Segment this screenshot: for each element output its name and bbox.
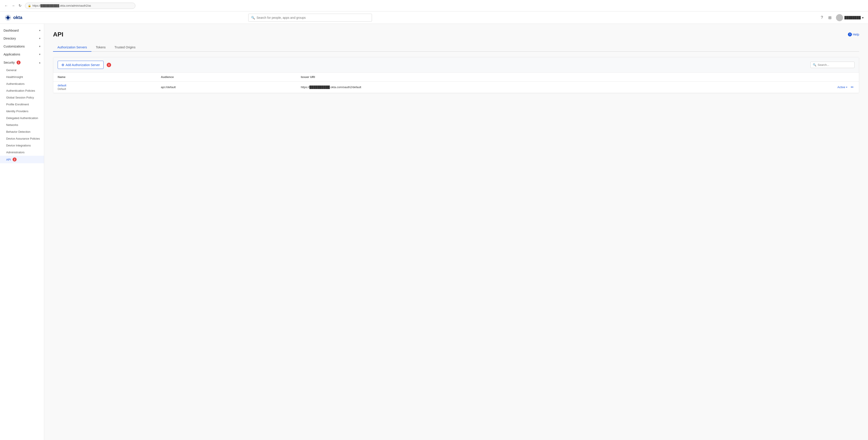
tab-authorization-servers[interactable]: Authorization Servers [53,43,91,52]
col-issuer-uri: Issuer URI [297,73,706,82]
avatar [836,14,843,21]
sidebar-sub-item-behavior-detection[interactable]: Behavior Detection [0,128,44,135]
user-name: ████████ [844,16,861,19]
search-icon: 🔍 [813,63,816,66]
sub-item-label: Administrators [6,151,25,154]
sidebar-item-label: Customizations [3,44,25,48]
sidebar-item-label: Dashboard [3,29,19,32]
server-name-link[interactable]: default [58,84,66,87]
browser-controls: ← → ↻ [3,3,22,9]
forward-button[interactable]: → [10,3,16,9]
okta-logo-text: okta [13,15,22,20]
help-label: Help [853,33,859,36]
table-search[interactable]: 🔍 [810,62,855,68]
sidebar-sub-item-identity-providers[interactable]: Identity Providers [0,108,44,115]
sub-item-label: Authentication Policies [6,89,35,92]
col-audience: Audience [156,73,297,82]
api-badge: 2 [12,157,17,161]
sub-item-label: API [6,158,11,161]
sidebar-item-label: Applications [3,53,20,56]
tab-trusted-origins[interactable]: Trusted Origins [110,43,140,52]
help-icon-button[interactable]: ? [820,14,824,21]
okta-logo[interactable]: okta [4,14,22,21]
reload-button[interactable]: ↻ [18,3,22,9]
sidebar-sub-item-general[interactable]: General [0,67,44,73]
tab-label: Trusted Origins [115,45,135,49]
url-text: https://██████████.okta.com/admin/oauth2… [32,4,91,7]
sub-item-label: Authenticators [6,82,25,86]
plus-icon: ⊕ [61,63,64,67]
user-menu[interactable]: ████████ ▾ [836,14,864,21]
sub-item-label: Profile Enrollment [6,103,29,106]
page-title: API [53,31,63,38]
help-link[interactable]: ? Help [848,32,859,36]
edit-icon[interactable]: ✏ [850,84,855,90]
sidebar-sub-item-device-integrations[interactable]: Device Integrations [0,142,44,149]
server-name-cell: default Default [53,82,156,93]
global-search[interactable]: 🔍 [248,14,372,22]
page-header: API ? Help [53,31,859,38]
chevron-down-icon: ▾ [39,29,40,32]
sidebar-item-customizations[interactable]: Customizations ▾ [0,42,44,50]
sub-item-label: Identity Providers [6,109,28,113]
help-icon: ? [848,32,852,36]
apps-grid-button[interactable]: ⊞ [827,14,832,21]
back-button[interactable]: ← [3,3,9,9]
api-tabs: Authorization Servers Tokens Trusted Ori… [53,43,859,52]
sidebar-sub-item-global-session-policy[interactable]: Global Session Policy [0,94,44,101]
tab-label: Tokens [96,45,105,49]
okta-logo-svg [4,14,11,21]
col-actions [706,73,859,82]
table-row: default Default api://default https://██… [53,82,859,93]
sub-item-label: Delegated Authentication [6,117,38,120]
chevron-down-icon: ▾ [39,37,40,40]
col-name: Name [53,73,156,82]
sub-item-label: Behavior Detection [6,130,30,133]
browser-chrome: ← → ↻ 🔒 https://██████████.okta.com/admi… [0,0,868,11]
search-input[interactable] [257,16,369,20]
table-search-input[interactable] [818,63,855,66]
sidebar-sub-item-administrators[interactable]: Administrators [0,149,44,156]
sub-item-label: Device Assurance Policies [6,137,40,140]
sidebar-sub-item-api[interactable]: API 2 [0,156,44,163]
chevron-down-icon: ▾ [39,45,40,48]
sub-item-label: Networks [6,123,18,127]
security-badge: 1 [17,61,21,64]
sidebar-sub-item-profile-enrollment[interactable]: Profile Enrollment [0,101,44,108]
authorization-servers-card: ⊕ Add Authorization Server 3 🔍 Name [53,57,859,93]
chevron-down-icon: ▾ [39,53,40,56]
chevron-down-icon: ▾ [862,16,864,20]
sidebar-sub-item-authenticators[interactable]: Authenticators [0,81,44,87]
sidebar-item-label: Security [3,61,15,64]
sidebar-item-label: Directory [3,37,16,40]
tab-tokens[interactable]: Tokens [91,43,110,52]
authorization-servers-table: Name Audience Issuer URI default Default… [53,73,859,93]
status-text: Active [838,86,845,89]
sub-item-label: HealthInsight [6,75,23,78]
address-bar[interactable]: 🔒 https://██████████.okta.com/admin/oaut… [25,3,135,9]
row-actions: Active ▾ ✏ [710,84,855,90]
sidebar-sub-item-device-assurance-policies[interactable]: Device Assurance Policies [0,135,44,142]
sidebar-sub-item-delegated-authentication[interactable]: Delegated Authentication [0,115,44,122]
security-icon: 🔒 [28,4,31,7]
add-authorization-server-button[interactable]: ⊕ Add Authorization Server [58,61,103,69]
search-icon: 🔍 [251,16,255,20]
sub-item-label: General [6,68,17,72]
sidebar-item-directory[interactable]: Directory ▾ [0,34,44,42]
sidebar-item-security[interactable]: Security 1 ▴ [0,58,44,67]
main-layout: Dashboard ▾ Directory ▾ Customizations ▾… [0,24,868,440]
toolbar-right: 🔍 [810,62,855,68]
tab-label: Authorization Servers [57,45,87,49]
sub-item-label: Global Session Policy [6,96,34,99]
sidebar-sub-item-authentication-policies[interactable]: Authentication Policies [0,87,44,94]
sidebar-item-applications[interactable]: Applications ▾ [0,50,44,58]
sub-item-label: Device Integrations [6,144,31,147]
sidebar-sub-item-networks[interactable]: Networks [0,122,44,128]
status-badge[interactable]: Active ▾ [838,86,847,89]
server-audience-cell: api://default [156,82,297,93]
sidebar-sub-item-healthinsight[interactable]: HealthInsight [0,73,44,81]
main-content: API ? Help Authorization Servers Tokens … [44,24,868,440]
security-label-row: Security 1 [3,61,21,64]
server-issuer-uri-cell: https://██████████.okta.com/oauth2/defau… [297,82,706,93]
sidebar-item-dashboard[interactable]: Dashboard ▾ [0,27,44,34]
